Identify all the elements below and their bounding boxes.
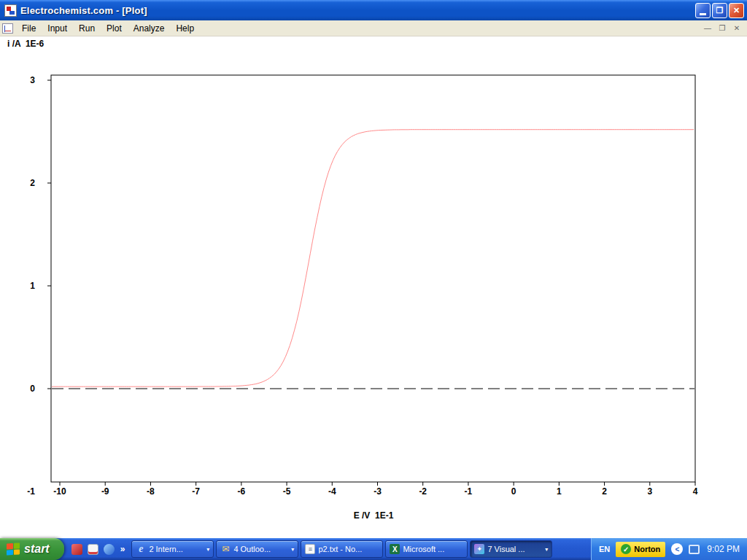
mdi-close-button[interactable]: ✕ bbox=[731, 23, 743, 34]
x-tick-label: 2 bbox=[602, 486, 607, 497]
taskbar-button-label: 4 Outloo... bbox=[233, 545, 288, 553]
x-tick-label: -3 bbox=[374, 486, 382, 497]
windows-logo-icon bbox=[7, 542, 20, 555]
taskbar: start » e2 Intern...▾✉4 Outloo...▾≡p2.tx… bbox=[0, 538, 747, 560]
menu-items: FileInputRunPlotAnalyzeHelp bbox=[16, 21, 200, 36]
restore-icon: ❐ bbox=[716, 6, 724, 15]
mdi-controls: — ❐ ✕ bbox=[702, 23, 747, 34]
quick-launch-icon-2[interactable] bbox=[88, 544, 98, 555]
task-buttons: e2 Intern...▾✉4 Outloo...▾≡p2.txt - No..… bbox=[131, 540, 552, 558]
taskbar-clock[interactable]: 9:02 PM bbox=[705, 544, 740, 554]
x-tick-label: 4 bbox=[693, 486, 698, 497]
y-tick-label: 0 bbox=[30, 384, 35, 394]
menu-item-analyze[interactable]: Analyze bbox=[128, 21, 171, 36]
y-tick-label: 3 bbox=[30, 75, 35, 85]
plot-frame bbox=[51, 75, 695, 482]
taskbar-button-label: p2.txt - No... bbox=[318, 545, 379, 553]
child-window-icon[interactable] bbox=[2, 23, 13, 34]
start-button[interactable]: start bbox=[0, 538, 64, 560]
x-tick-label: -7 bbox=[192, 486, 200, 497]
menu-item-run[interactable]: Run bbox=[73, 21, 101, 36]
menu-item-input[interactable]: Input bbox=[42, 21, 73, 36]
minimize-icon bbox=[700, 13, 706, 15]
taskbar-button-internet-explorer[interactable]: e2 Intern...▾ bbox=[131, 540, 214, 558]
taskbar-button-excel[interactable]: XMicrosoft ... bbox=[385, 540, 468, 558]
taskbar-button-label: 7 Visual ... bbox=[487, 545, 542, 553]
x-tick-label: -8 bbox=[147, 486, 155, 497]
x-tick-label: 3 bbox=[647, 486, 652, 497]
quick-launch-icon-1[interactable] bbox=[71, 544, 82, 555]
x-tick-label: 0 bbox=[511, 486, 516, 497]
visual-studio-icon: ✦ bbox=[474, 544, 484, 554]
quick-launch-bar: » bbox=[64, 544, 132, 555]
window-title: Electrochemist.com - [Plot] bbox=[20, 5, 694, 16]
taskbar-button-outlook[interactable]: ✉4 Outloo...▾ bbox=[216, 540, 298, 558]
notepad-icon: ≡ bbox=[305, 544, 315, 554]
x-tick-label: -1 bbox=[465, 486, 473, 497]
minimize-button[interactable] bbox=[695, 3, 711, 18]
taskbar-button-label: 2 Intern... bbox=[149, 545, 204, 553]
x-axis-title: E /V 1E-1 bbox=[0, 510, 747, 521]
app-icon[interactable] bbox=[4, 4, 17, 17]
language-indicator[interactable]: EN bbox=[599, 545, 610, 553]
norton-check-icon: ✓ bbox=[621, 544, 631, 554]
system-tray: EN ✓ Norton < 9:02 PM bbox=[591, 538, 747, 560]
taskbar-button-notepad[interactable]: ≡p2.txt - No... bbox=[301, 540, 383, 558]
menu-item-file[interactable]: File bbox=[16, 21, 42, 36]
excel-icon: X bbox=[390, 544, 400, 554]
start-button-label: start bbox=[24, 542, 50, 556]
chevron-down-icon: ▾ bbox=[206, 546, 209, 553]
voltammogram-plot: -10123-10-9-8-7-6-5-4-3-2-101234 bbox=[0, 36, 747, 538]
y-tick-label: -1 bbox=[27, 486, 35, 497]
x-tick-label: 1 bbox=[557, 486, 562, 497]
x-tick-label: -9 bbox=[101, 486, 109, 497]
plot-client-area: -10123-10-9-8-7-6-5-4-3-2-101234 i /A 1E… bbox=[0, 36, 747, 538]
y-tick-label: 1 bbox=[30, 281, 35, 291]
mdi-restore-icon: ❐ bbox=[719, 24, 726, 32]
menu-item-help[interactable]: Help bbox=[170, 21, 200, 36]
mdi-close-icon: ✕ bbox=[734, 24, 740, 32]
menubar: FileInputRunPlotAnalyzeHelp — ❐ ✕ bbox=[0, 20, 747, 36]
x-tick-label: -5 bbox=[283, 486, 291, 497]
taskbar-button-visual-studio[interactable]: ✦7 Visual ...▾ bbox=[470, 540, 552, 558]
chevron-down-icon: ▾ bbox=[291, 546, 294, 553]
menu-item-plot[interactable]: Plot bbox=[101, 21, 128, 36]
x-tick-label: -6 bbox=[238, 486, 246, 497]
internet-explorer-icon: e bbox=[136, 544, 146, 554]
x-tick-label: -10 bbox=[53, 486, 66, 497]
quick-launch-icon-3[interactable] bbox=[104, 544, 115, 555]
norton-label: Norton bbox=[634, 545, 660, 553]
tray-collapse-chevron-icon[interactable]: < bbox=[671, 543, 683, 555]
x-tick-label: -4 bbox=[328, 486, 336, 497]
close-button[interactable]: ✕ bbox=[729, 3, 744, 18]
close-icon: ✕ bbox=[733, 6, 740, 15]
mdi-minimize-button[interactable]: — bbox=[702, 23, 713, 34]
norton-antivirus-badge[interactable]: ✓ Norton bbox=[616, 542, 665, 557]
titlebar: Electrochemist.com - [Plot] ❐ ✕ bbox=[0, 0, 747, 20]
y-tick-label: 2 bbox=[30, 178, 35, 188]
outlook-icon: ✉ bbox=[220, 544, 231, 554]
restore-button[interactable]: ❐ bbox=[712, 3, 727, 18]
x-tick-label: -2 bbox=[419, 486, 427, 497]
tray-display-icon[interactable] bbox=[689, 545, 700, 554]
taskbar-button-label: Microsoft ... bbox=[403, 545, 463, 553]
mdi-restore-button[interactable]: ❐ bbox=[716, 23, 728, 34]
y-axis-title: i /A 1E-6 bbox=[7, 39, 44, 49]
chevron-down-icon: ▾ bbox=[545, 546, 548, 553]
mdi-minimize-icon: — bbox=[704, 24, 711, 32]
voltammogram-curve bbox=[52, 130, 694, 387]
quick-launch-overflow-chevron[interactable]: » bbox=[120, 544, 125, 554]
